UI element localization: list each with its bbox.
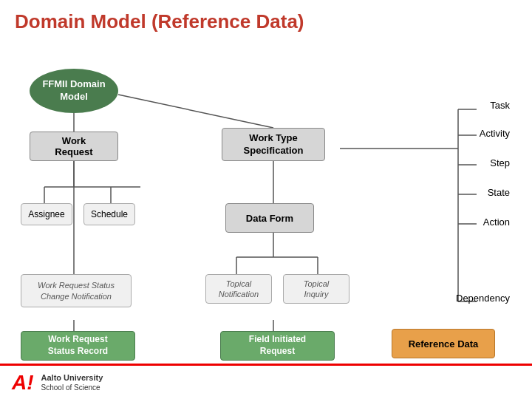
work-request-node: Work Request	[30, 132, 118, 161]
svg-line-1	[118, 95, 273, 128]
state-label: State	[488, 187, 510, 198]
wr-status-change-notification-node: Work Request Status Change Notification	[21, 274, 132, 307]
wr-status-record-node: Work Request Status Record	[21, 331, 135, 361]
data-form-node: Data Form	[225, 203, 314, 233]
aalto-university-text: Aalto University School of Science	[41, 372, 103, 392]
bottom-bar: A! Aalto University School of Science	[0, 364, 532, 399]
reference-data-node: Reference Data	[392, 329, 495, 358]
dependency-label: Dependency	[456, 293, 510, 304]
activity-label: Activity	[480, 128, 510, 139]
step-label: Step	[490, 157, 510, 168]
ffmii-domain-model-node: FFMII Domain Model	[30, 69, 118, 113]
diagram-area: FFMII Domain Model Work Request Work Typ…	[0, 39, 532, 379]
assignee-node: Assignee	[21, 203, 72, 225]
field-initiated-request-node: Field Initiated Request	[220, 331, 335, 361]
task-label: Task	[490, 100, 510, 111]
topical-inquiry-node: Topical Inquiry	[283, 274, 349, 304]
schedule-node: Schedule	[83, 203, 135, 225]
work-type-specification-node: Work Type Specification	[222, 128, 325, 161]
page-title: Domain Model (Reference Data)	[0, 0, 532, 39]
topical-notification-node: Topical Notification	[205, 274, 272, 304]
aalto-logo: A!	[12, 372, 34, 393]
action-label: Action	[483, 216, 510, 228]
